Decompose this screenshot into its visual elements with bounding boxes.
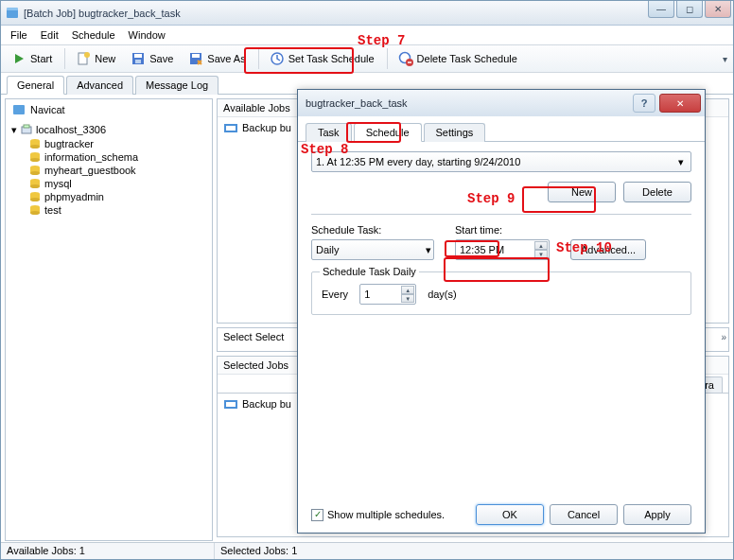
tree-panel: Navicat ▾ localhost_3306 bugtracker info… <box>5 98 213 541</box>
cancel-button[interactable]: Cancel <box>550 504 618 525</box>
apply-button[interactable]: Apply <box>623 504 691 525</box>
backup-icon <box>223 121 238 134</box>
task-properties-dialog: bugtracker_back_task ? ✕ Task Schedule S… <box>297 89 706 534</box>
close-button[interactable]: ✕ <box>705 1 731 18</box>
delete-schedule-button[interactable]: Delete Task Schedule <box>392 47 524 70</box>
schedule-new-button[interactable]: New <box>548 182 616 202</box>
dialog-tab-settings[interactable]: Settings <box>424 123 486 142</box>
tree-db[interactable]: test <box>26 203 208 217</box>
divider <box>311 214 691 215</box>
dialog-help-button[interactable]: ? <box>633 94 655 113</box>
tree-db[interactable]: mysql <box>26 177 208 190</box>
toolbar-overflow-icon[interactable]: ▾ <box>723 54 727 64</box>
window-title: [Batch Job] bugtracker_back_task <box>24 8 181 19</box>
separator <box>387 48 388 69</box>
svg-marker-2 <box>15 54 24 63</box>
backup-icon <box>223 397 238 411</box>
ok-button[interactable]: OK <box>476 504 544 525</box>
tab-message-log[interactable]: Message Log <box>135 76 218 95</box>
set-schedule-button[interactable]: Set Task Schedule <box>263 47 381 70</box>
database-icon <box>28 204 42 216</box>
menu-edit[interactable]: Edit <box>35 27 64 43</box>
tree-connection[interactable]: ▾ localhost_3306 <box>9 122 208 137</box>
tree-db[interactable]: information_schema <box>26 150 208 164</box>
start-label: Start <box>30 53 52 64</box>
database-icon <box>28 191 42 202</box>
play-icon <box>11 51 26 66</box>
svg-rect-9 <box>192 54 200 58</box>
dialog-title-label: bugtracker_back_task <box>306 97 408 109</box>
svg-rect-6 <box>134 54 142 58</box>
dialog-close-button[interactable]: ✕ <box>659 94 701 113</box>
tree-db[interactable]: phpmyadmin <box>26 190 208 203</box>
save-as-icon <box>188 51 203 66</box>
tree-db[interactable]: myheart_guestbook <box>26 164 208 177</box>
start-time-input[interactable]: 12:35 PM ▲▼ <box>455 239 550 260</box>
svg-rect-37 <box>226 402 236 407</box>
svg-point-18 <box>30 145 40 149</box>
minimize-button[interactable]: — <box>648 1 674 18</box>
menubar: File Edit Schedule Window <box>1 26 733 44</box>
overflow-icon[interactable]: » <box>721 332 726 342</box>
tab-advanced[interactable]: Advanced <box>66 76 133 95</box>
new-label: New <box>95 53 115 64</box>
db-label: test <box>44 204 61 216</box>
svg-rect-13 <box>13 105 25 114</box>
dialog-tab-task[interactable]: Task <box>306 123 352 142</box>
tree: ▾ localhost_3306 bugtracker information_… <box>6 120 212 219</box>
tree-root[interactable]: Navicat <box>6 99 212 120</box>
db-label: myheart_guestbook <box>44 165 136 176</box>
schedule-task-select[interactable]: Daily ▾ <box>311 239 434 260</box>
clock-icon <box>270 51 285 66</box>
spinner-buttons[interactable]: ▲▼ <box>534 241 548 258</box>
status-selected: Selected Jobs: 1 <box>215 543 733 559</box>
connection-label: localhost_3306 <box>36 124 106 135</box>
apply-label: Apply <box>644 509 671 520</box>
menu-schedule[interactable]: Schedule <box>66 27 121 43</box>
every-value: 1 <box>364 289 370 300</box>
show-multiple-checkbox[interactable]: ✓ Show multiple schedules. <box>311 509 445 521</box>
advanced-label: Advanced... <box>581 244 636 255</box>
spinner-buttons[interactable]: ▲▼ <box>401 286 414 303</box>
tree-root-label: Navicat <box>30 104 65 115</box>
statusbar: Available Jobs: 1 Selected Jobs: 1 <box>1 542 733 559</box>
schedule-task-label: Schedule Task: <box>311 224 444 236</box>
db-label: phpmyadmin <box>44 191 104 202</box>
maximize-button[interactable]: ◻ <box>676 1 703 18</box>
start-time-label: Start time: <box>455 224 559 236</box>
database-icon <box>28 165 42 176</box>
tab-general[interactable]: General <box>7 76 64 95</box>
new-btn-label: New <box>571 186 592 198</box>
app-icon <box>5 6 20 21</box>
save-as-label: Save As <box>207 53 245 64</box>
svg-point-21 <box>30 158 40 162</box>
expand-icon[interactable]: ▾ <box>11 124 17 136</box>
advanced-button[interactable]: Advanced... <box>570 239 646 260</box>
days-label: day(s) <box>428 289 457 300</box>
db-label: information_schema <box>44 151 138 163</box>
save-as-button[interactable]: Save As <box>182 47 252 70</box>
new-button[interactable]: New <box>69 47 122 70</box>
separator <box>64 48 65 69</box>
database-icon <box>28 151 42 163</box>
menu-window[interactable]: Window <box>123 27 171 43</box>
show-multi-label: Show multiple schedules. <box>327 509 445 520</box>
tree-db[interactable]: bugtracker <box>26 137 208 150</box>
group-title: Schedule Task Daily <box>320 266 419 277</box>
selected-job-label: Backup bu <box>242 398 291 410</box>
new-icon <box>76 51 91 66</box>
start-button[interactable]: Start <box>5 47 59 70</box>
schedule-delete-button[interactable]: Delete <box>623 182 691 202</box>
ok-label: OK <box>502 509 517 520</box>
every-days-input[interactable]: 1 ▲▼ <box>359 284 416 305</box>
connection-icon <box>20 123 33 136</box>
dialog-tab-schedule[interactable]: Schedule <box>354 123 422 142</box>
save-button[interactable]: Save <box>124 47 180 70</box>
checkbox-icon: ✓ <box>311 509 323 521</box>
schedule-daily-group: Schedule Task Daily Every 1 ▲▼ day(s) <box>311 271 691 315</box>
menu-file[interactable]: File <box>5 27 33 43</box>
delete-btn-label: Delete <box>642 186 673 198</box>
set-schedule-label: Set Task Schedule <box>288 53 375 64</box>
svg-rect-0 <box>7 9 18 18</box>
schedule-list-combo[interactable]: 1. At 12:35 PM every day, starting 9/24/… <box>311 151 691 172</box>
